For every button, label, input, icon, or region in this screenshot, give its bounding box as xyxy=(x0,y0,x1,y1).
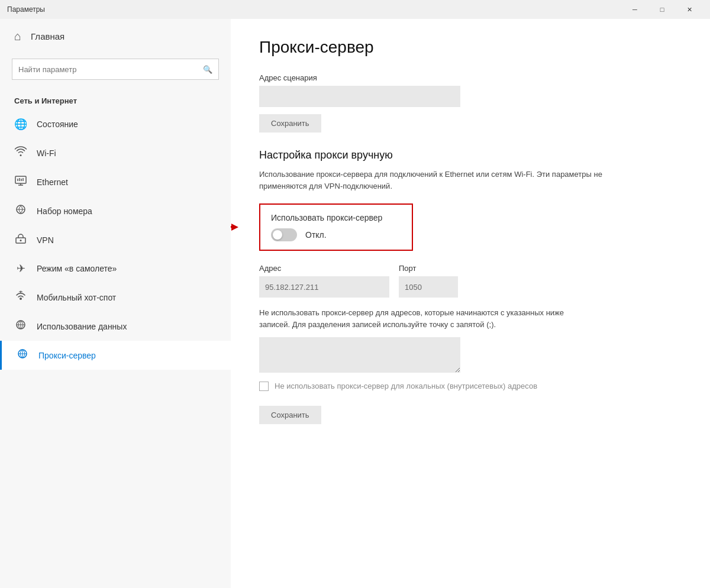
close-button[interactable]: ✕ xyxy=(676,0,703,19)
manual-description: Использование прокси-сервера для подключ… xyxy=(259,169,602,192)
address-group: Адрес xyxy=(259,264,389,298)
sidebar-item-vpn[interactable]: VPN xyxy=(0,225,231,254)
app-container: ⌂ Главная 🔍 Сеть и Интернет 🌐 Состояние xyxy=(0,19,710,588)
search-icon: 🔍 xyxy=(203,65,212,74)
sidebar-home-label: Главная xyxy=(31,31,64,41)
port-label: Порт xyxy=(399,264,458,273)
sidebar-item-label: Wi-Fi xyxy=(37,148,56,158)
toggle-status: Откл. xyxy=(305,230,327,240)
sidebar-item-label: Использование данных xyxy=(37,322,127,331)
sidebar-item-hotspot[interactable]: Мобильный хот-спот xyxy=(0,283,231,312)
scenario-label: Адрес сценария xyxy=(259,73,682,82)
titlebar-title: Параметры xyxy=(7,5,45,14)
sidebar-item-proxy[interactable]: Прокси-сервер xyxy=(0,341,231,370)
svg-rect-0 xyxy=(15,176,26,183)
svg-point-10 xyxy=(20,240,22,241)
svg-point-11 xyxy=(20,298,22,300)
sidebar-item-label: Ethernet xyxy=(37,177,68,187)
save-button-1[interactable]: Сохранить xyxy=(259,114,321,133)
sidebar-item-data[interactable]: Использование данных xyxy=(0,312,231,341)
sidebar-item-airplane[interactable]: ✈ Режим «в самолете» xyxy=(0,254,231,283)
hotspot-icon xyxy=(14,290,27,304)
data-icon xyxy=(14,319,27,333)
status-icon: 🌐 xyxy=(14,118,27,131)
sidebar-item-label: VPN xyxy=(37,235,54,245)
address-label: Адрес xyxy=(259,264,389,273)
address-input[interactable] xyxy=(259,276,389,298)
search-box: 🔍 xyxy=(12,59,219,80)
manual-section-header: Настройка прокси вручную xyxy=(259,149,682,161)
port-group: Порт xyxy=(399,264,458,298)
maximize-button[interactable]: □ xyxy=(648,0,676,19)
sidebar: ⌂ Главная 🔍 Сеть и Интернет 🌐 Состояние xyxy=(0,19,231,588)
sidebar-item-label: Прокси-сервер xyxy=(38,351,96,360)
content-area: Прокси-сервер Адрес сценария Сохранить Н… xyxy=(231,19,710,588)
sidebar-item-ethernet[interactable]: Ethernet xyxy=(0,167,231,196)
home-icon: ⌂ xyxy=(14,30,21,43)
sidebar-item-label: Состояние xyxy=(37,119,78,129)
dialup-icon xyxy=(14,204,27,218)
toggle-section: Использовать прокси-сервер Откл. xyxy=(259,203,413,251)
save-button-2[interactable]: Сохранить xyxy=(259,406,321,424)
toggle-annotation-wrapper: 4 Использовать прокси-сервер Откл. xyxy=(259,203,413,264)
ethernet-icon xyxy=(14,175,27,189)
exclude-input[interactable] xyxy=(259,337,460,373)
titlebar-controls: ─ □ ✕ xyxy=(621,0,703,19)
sidebar-item-label: Режим «в самолете» xyxy=(37,264,117,273)
toggle-knob xyxy=(273,230,282,240)
sidebar-item-home[interactable]: ⌂ Главная xyxy=(0,19,231,54)
wifi-icon xyxy=(14,146,27,160)
scenario-input[interactable] xyxy=(259,86,460,107)
airplane-icon: ✈ xyxy=(14,262,27,275)
arrow-head xyxy=(231,224,238,231)
arrow-container xyxy=(231,224,238,231)
local-bypass-row: Не использовать прокси-сервер для локаль… xyxy=(259,381,579,392)
sidebar-item-label: Набор номера xyxy=(37,206,92,216)
page-title: Прокси-сервер xyxy=(259,38,682,57)
sidebar-item-label: Мобильный хот-спот xyxy=(37,293,116,302)
sidebar-item-wifi[interactable]: Wi-Fi xyxy=(0,138,231,167)
proxy-icon xyxy=(16,348,29,362)
titlebar: Параметры ─ □ ✕ xyxy=(0,0,710,19)
port-input[interactable] xyxy=(399,276,458,298)
toggle-row: Откл. xyxy=(271,228,401,241)
sidebar-item-dialup[interactable]: Набор номера xyxy=(0,196,231,225)
sidebar-section-title: Сеть и Интернет xyxy=(0,89,231,110)
proxy-toggle[interactable] xyxy=(271,228,297,241)
toggle-label: Использовать прокси-сервер xyxy=(271,213,401,222)
vpn-icon xyxy=(14,233,27,247)
search-container: 🔍 xyxy=(0,54,231,89)
search-input[interactable] xyxy=(18,65,198,74)
local-bypass-checkbox[interactable] xyxy=(259,382,269,391)
local-bypass-label: Не использовать прокси-сервер для локаль… xyxy=(275,381,537,392)
annotation: 4 xyxy=(231,218,238,236)
address-port-row: Адрес Порт xyxy=(259,264,682,298)
no-proxy-description: Не использовать прокси-сервер для адресо… xyxy=(259,307,590,330)
minimize-button[interactable]: ─ xyxy=(621,0,648,19)
sidebar-item-status[interactable]: 🌐 Состояние xyxy=(0,110,231,138)
